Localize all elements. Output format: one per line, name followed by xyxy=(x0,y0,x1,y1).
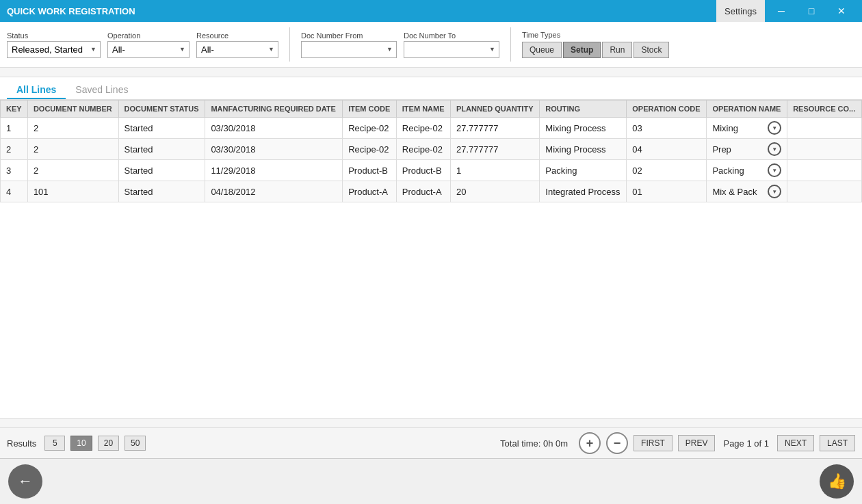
cell-planned-qty: 27.777777 xyxy=(451,139,540,160)
prev-button[interactable]: PREV xyxy=(678,435,716,451)
status-select[interactable]: Released, Started Released Started xyxy=(7,41,101,58)
col-item-name: ITEM NAME xyxy=(396,101,450,118)
doc-to-group: Doc Number To xyxy=(404,31,499,58)
app-title: QUICK WORK REGISTRATION xyxy=(7,6,135,16)
back-button[interactable]: ← xyxy=(8,464,42,499)
op-name-dropdown-icon[interactable] xyxy=(768,185,781,198)
cell-op-name: Mixing xyxy=(707,118,787,139)
minimize-button[interactable]: ─ xyxy=(768,0,795,22)
cell-resource-code xyxy=(787,118,862,139)
col-resource-code: RESOURCE CO... xyxy=(787,101,862,118)
table-header-row: KEY DOCUMENT NUMBER DOCUMENT STATUS MANF… xyxy=(1,101,862,118)
cell-item-name: Recipe-02 xyxy=(396,118,450,139)
thumbs-up-button[interactable]: 👍 xyxy=(820,464,854,499)
cell-routing: Integrated Process xyxy=(540,181,627,202)
col-item-code: ITEM CODE xyxy=(343,101,397,118)
total-time: Total time: 0h 0m xyxy=(500,438,568,449)
cell-op-name: Packing xyxy=(707,160,787,181)
cell-op-code: 02 xyxy=(627,160,707,181)
time-types-buttons: Queue Setup Run Stock xyxy=(522,42,669,58)
resource-label: Resource xyxy=(196,31,278,40)
page-size-20[interactable]: 20 xyxy=(98,436,119,451)
cell-planned-qty: 27.777777 xyxy=(451,118,540,139)
settings-button[interactable]: Settings xyxy=(716,0,765,22)
op-name-dropdown-icon[interactable] xyxy=(768,163,781,177)
bottom-scrollbar[interactable] xyxy=(0,418,862,427)
title-bar: QUICK WORK REGISTRATION Settings ─ □ ✕ xyxy=(0,0,862,22)
table-row[interactable]: 1 2 Started 03/30/2018 Recipe-02 Recipe-… xyxy=(1,118,862,139)
operation-select[interactable]: All- xyxy=(107,41,190,58)
cell-key: 2 xyxy=(1,139,28,160)
cell-item-code: Recipe-02 xyxy=(343,139,397,160)
subtract-time-button[interactable]: − xyxy=(606,432,628,454)
doc-from-group: Doc Number From xyxy=(301,31,397,58)
page-size-10[interactable]: 10 xyxy=(70,436,92,451)
stock-button[interactable]: Stock xyxy=(634,42,669,58)
cell-doc-number: 2 xyxy=(27,139,118,160)
cell-doc-status: Started xyxy=(118,118,205,139)
add-time-button[interactable]: + xyxy=(579,432,601,454)
filter-bar: Status Released, Started Released Starte… xyxy=(0,22,862,68)
cell-item-code: Product-A xyxy=(343,181,397,202)
table-row[interactable]: 3 2 Started 11/29/2018 Product-B Product… xyxy=(1,160,862,181)
cell-routing: Packing xyxy=(540,160,627,181)
maximize-button[interactable]: □ xyxy=(798,0,825,22)
cell-key: 1 xyxy=(1,118,28,139)
cell-routing: Mixing Process xyxy=(540,139,627,160)
op-name-text: Mixing xyxy=(712,123,738,133)
last-button[interactable]: LAST xyxy=(820,435,855,451)
operation-label: Operation xyxy=(107,31,190,40)
cell-op-name: Prep xyxy=(707,139,787,160)
op-name-text: Packing xyxy=(712,165,744,176)
tabs-bar: All Lines Saved Lines xyxy=(0,77,862,99)
tab-all-lines[interactable]: All Lines xyxy=(7,81,66,99)
cell-doc-status: Started xyxy=(118,160,205,181)
cell-mfg-date: 03/30/2018 xyxy=(205,139,343,160)
table-row[interactable]: 2 2 Started 03/30/2018 Recipe-02 Recipe-… xyxy=(1,139,862,160)
table-row[interactable]: 4 101 Started 04/18/2012 Product-A Produ… xyxy=(1,181,862,202)
run-button[interactable]: Run xyxy=(602,42,632,58)
operation-filter-group: Operation All- xyxy=(107,31,190,58)
top-scrollbar[interactable] xyxy=(0,68,862,77)
cell-item-code: Product-B xyxy=(343,160,397,181)
close-button[interactable]: ✕ xyxy=(828,0,855,22)
page-info: Page 1 of 1 xyxy=(723,438,769,449)
doc-from-label: Doc Number From xyxy=(301,31,397,40)
doc-from-select[interactable] xyxy=(301,41,397,58)
op-name-text: Prep xyxy=(712,144,731,155)
first-button[interactable]: FIRST xyxy=(634,435,672,451)
op-name-dropdown-icon[interactable] xyxy=(768,121,781,135)
page-size-50[interactable]: 50 xyxy=(125,436,146,451)
col-planned-qty: PLANNED QUANTITY xyxy=(451,101,540,118)
data-table: KEY DOCUMENT NUMBER DOCUMENT STATUS MANF… xyxy=(0,100,862,202)
cell-item-name: Product-A xyxy=(396,181,450,202)
cell-routing: Mixing Process xyxy=(540,118,627,139)
col-doc-status: DOCUMENT STATUS xyxy=(118,101,205,118)
cell-mfg-date: 03/30/2018 xyxy=(205,118,343,139)
setup-button[interactable]: Setup xyxy=(563,42,601,58)
cell-doc-number: 2 xyxy=(27,160,118,181)
col-routing: ROUTING xyxy=(540,101,627,118)
cell-item-name: Product-B xyxy=(396,160,450,181)
col-op-code: OPERATION CODE xyxy=(627,101,707,118)
page-size-5[interactable]: 5 xyxy=(44,436,65,451)
cell-resource-code xyxy=(787,139,862,160)
table-container[interactable]: KEY DOCUMENT NUMBER DOCUMENT STATUS MANF… xyxy=(0,99,862,418)
col-doc-number: DOCUMENT NUMBER xyxy=(27,101,118,118)
op-name-dropdown-icon[interactable] xyxy=(768,142,781,156)
tab-saved-lines[interactable]: Saved Lines xyxy=(66,81,138,99)
cell-item-code: Recipe-02 xyxy=(343,118,397,139)
resource-filter-group: Resource All- xyxy=(196,31,278,58)
cell-op-code: 04 xyxy=(627,139,707,160)
queue-button[interactable]: Queue xyxy=(522,42,562,58)
resource-select[interactable]: All- xyxy=(196,41,278,58)
cell-doc-status: Started xyxy=(118,181,205,202)
cell-item-name: Recipe-02 xyxy=(396,139,450,160)
time-types-label: Time Types xyxy=(522,31,669,39)
col-mfg-date: MANFACTURING REQUIRED DATE xyxy=(205,101,343,118)
cell-resource-code xyxy=(787,181,862,202)
cell-planned-qty: 20 xyxy=(451,181,540,202)
next-button[interactable]: NEXT xyxy=(777,435,814,451)
doc-to-select[interactable] xyxy=(404,41,499,58)
status-label: Status xyxy=(7,31,101,40)
